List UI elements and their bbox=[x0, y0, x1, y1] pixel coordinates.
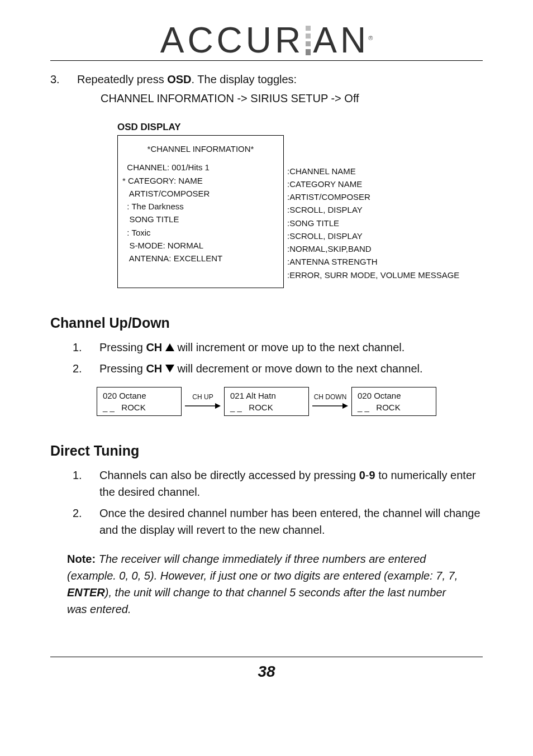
osd-line: CHANNEL: 001/Hits 1 bbox=[122, 161, 279, 174]
osd-explain-line: :SCROLL, DISPLAY bbox=[287, 203, 459, 216]
flow-line: _ _ ROCK bbox=[230, 401, 303, 413]
triangle-down-icon bbox=[165, 360, 174, 377]
list-item: 1. Pressing CH will increment or move up… bbox=[73, 339, 483, 356]
ch-keyword: CH bbox=[146, 362, 162, 375]
text-dash: - bbox=[365, 469, 369, 481]
step-text: Pressing CH will decrement or move down … bbox=[99, 360, 483, 377]
text-run: . The display toggles: bbox=[192, 73, 297, 85]
osd-explain-line: :ANTENNA STRENGTH bbox=[287, 255, 459, 268]
flow-line: 020 Octane bbox=[103, 390, 175, 401]
osd-line: : Toxic bbox=[122, 226, 279, 239]
osd-title: OSD DISPLAY bbox=[117, 122, 483, 133]
osd-line: : The Darkness bbox=[122, 200, 279, 213]
svg-marker-1 bbox=[165, 365, 174, 372]
osd-line: SONG TITLE bbox=[122, 213, 279, 226]
list-item: 3. Repeatedly press OSD. The display tog… bbox=[50, 71, 483, 88]
osd-explain-line: :CATEGORY NAME bbox=[287, 178, 459, 190]
step-text: Once the desired channel number has been… bbox=[99, 505, 483, 538]
step-number: 2. bbox=[73, 360, 88, 377]
flow-label-text: CH DOWN bbox=[312, 393, 348, 401]
step-number: 1. bbox=[73, 339, 88, 356]
arrow-right-icon bbox=[185, 402, 221, 410]
flow-line: _ _ ROCK bbox=[358, 401, 430, 413]
osd-line: S-MODE: NORMAL bbox=[122, 239, 279, 252]
flow-line: 020 Octane bbox=[358, 390, 430, 401]
flow-label-down: CH DOWN bbox=[312, 393, 348, 410]
text-run: Pressing bbox=[99, 341, 146, 353]
flow-line: _ _ ROCK bbox=[103, 401, 175, 413]
flow-box-3: 020 Octane _ _ ROCK bbox=[351, 387, 436, 416]
osd-screen-title: *CHANNEL INFORMATION* bbox=[122, 142, 279, 155]
step-number: 2. bbox=[73, 505, 88, 538]
list-item: 2. Once the desired channel number has b… bbox=[73, 505, 483, 538]
text-run: Channels can also be directly accessed b… bbox=[99, 469, 359, 481]
osd-line: ANTENNA: EXCELLENT bbox=[122, 252, 279, 265]
step-text: Pressing CH will increment or move up to… bbox=[99, 339, 483, 356]
step-number: 3. bbox=[50, 71, 66, 88]
list-item: 1. Channels can also be directly accesse… bbox=[73, 467, 483, 500]
step-text: Channels can also be directly accessed b… bbox=[99, 467, 483, 500]
footer-rule bbox=[50, 657, 483, 657]
text-run: will increment or move up to the next ch… bbox=[177, 341, 404, 353]
ch-keyword: CH bbox=[146, 341, 162, 353]
page-number: 38 bbox=[50, 663, 483, 681]
text-run: Repeatedly press bbox=[77, 73, 167, 85]
step-subtext: CHANNEL INFORMATION -> SIRIUS SETUP -> O… bbox=[101, 92, 483, 105]
list-item: 2. Pressing CH will decrement or move do… bbox=[73, 360, 483, 377]
section-heading-direct: Direct Tuning bbox=[50, 443, 483, 459]
svg-marker-5 bbox=[342, 403, 348, 409]
logo-text-part1: ACCUR bbox=[160, 20, 304, 60]
osd-explain-line: :ERROR, SURR MODE, VOLUME MESSAGE bbox=[287, 269, 459, 281]
brand-logo: ACCURAN® bbox=[160, 22, 373, 58]
step-text: Repeatedly press OSD. The display toggle… bbox=[77, 71, 483, 88]
flow-box-1: 020 Octane _ _ ROCK bbox=[97, 387, 182, 416]
note-text: ), the unit will change to that channel … bbox=[67, 586, 446, 615]
section-heading-updown: Channel Up/Down bbox=[50, 315, 483, 331]
svg-marker-0 bbox=[165, 343, 174, 351]
flow-label-up: CH UP bbox=[185, 393, 221, 410]
channel-flow-diagram: 020 Octane _ _ ROCK CH UP 021 Alt Hatn _… bbox=[50, 387, 483, 416]
osd-explain-line: :SCROLL, DISPLAY bbox=[287, 229, 459, 242]
note-paragraph: Note: The receiver will change immediate… bbox=[67, 551, 466, 618]
osd-explain-line: :SONG TITLE bbox=[287, 217, 459, 229]
osd-explain-line: :ARTIST/COMPOSER bbox=[287, 190, 459, 203]
flow-line: 021 Alt Hatn bbox=[230, 390, 303, 401]
flow-box-2: 021 Alt Hatn _ _ ROCK bbox=[224, 387, 309, 416]
osd-explain-line: :NORMAL,SKIP,BAND bbox=[287, 242, 459, 255]
svg-marker-3 bbox=[215, 403, 221, 409]
key-0: 0 bbox=[359, 469, 365, 481]
osd-line: ARTIST/COMPOSER bbox=[122, 187, 279, 200]
enter-keyword: ENTER bbox=[67, 586, 105, 599]
text-run: will decrement or move down to the next … bbox=[177, 362, 422, 375]
text-run: Pressing bbox=[99, 362, 146, 375]
arrow-right-icon bbox=[312, 402, 348, 410]
triangle-up-icon bbox=[165, 339, 174, 356]
registered-mark-icon: ® bbox=[368, 35, 373, 41]
page-footer: 38 bbox=[50, 657, 483, 681]
note-label: Note: bbox=[67, 553, 96, 565]
flow-label-text: CH UP bbox=[185, 393, 221, 401]
osd-line: * CATEGORY: NAME bbox=[122, 174, 279, 187]
note-text: The receiver will change immediately if … bbox=[67, 553, 458, 582]
step-number: 1. bbox=[73, 467, 88, 500]
osd-keyword: OSD bbox=[167, 73, 191, 85]
logo-text-part2: AN bbox=[313, 20, 369, 60]
osd-display-block: OSD DISPLAY *CHANNEL INFORMATION* CHANNE… bbox=[117, 122, 483, 288]
osd-screen-box: *CHANNEL INFORMATION* CHANNEL: 001/Hits … bbox=[117, 135, 284, 288]
brand-header: ACCURAN® bbox=[50, 22, 483, 61]
osd-explain-line: :CHANNEL NAME bbox=[287, 165, 459, 178]
osd-explain-col: x x :CHANNEL NAME :CATEGORY NAME :ARTIST… bbox=[284, 135, 459, 288]
key-9: 9 bbox=[369, 469, 375, 481]
